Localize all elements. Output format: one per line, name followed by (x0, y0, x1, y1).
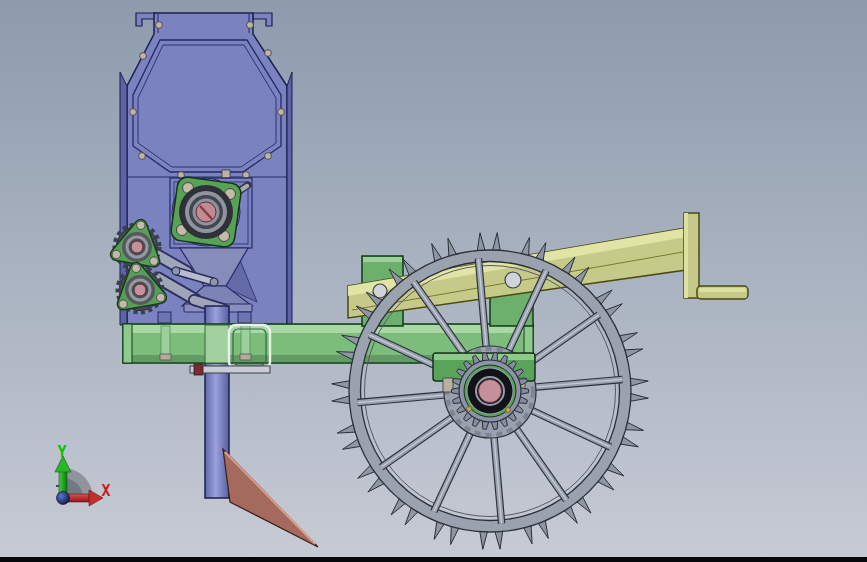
flange-bolt (157, 293, 165, 301)
pin-red-collar (194, 364, 203, 375)
pivot-bolt-right (505, 272, 521, 288)
tongue-end-foot (697, 286, 748, 299)
square-nut (222, 170, 230, 178)
rivet (156, 22, 163, 29)
flange-bolt (137, 221, 145, 229)
x-axis-label: X (101, 482, 110, 500)
gold-fastener (467, 407, 472, 412)
rivet (130, 109, 137, 116)
flange-bolt (132, 264, 140, 272)
upright-highlight (684, 213, 688, 298)
tube-through-beam (205, 325, 229, 363)
link-joint (172, 267, 180, 275)
y-axis-label: Y (57, 443, 66, 461)
rivet (278, 109, 285, 116)
hopper-right-wall-edge (287, 72, 292, 325)
frame-left-end-cap (123, 324, 132, 363)
rivet (243, 172, 250, 179)
bottom-bar (0, 557, 867, 562)
cad-viewport[interactable]: Y X (0, 0, 867, 562)
rivet (247, 22, 254, 29)
bolt-tip (240, 354, 251, 360)
flange-bolt (150, 257, 158, 265)
rivet (139, 153, 146, 160)
axle-shaft-end (479, 380, 502, 403)
mount-bolt-block (238, 312, 251, 323)
shaft-end (134, 284, 146, 296)
rivet (265, 153, 272, 160)
rivet (140, 53, 147, 60)
rivet (265, 50, 272, 57)
mount-bolt-block (158, 312, 171, 323)
frame-beam-top-face (124, 325, 532, 333)
gold-fastener (506, 408, 511, 413)
pivot-bolt-left (373, 284, 387, 298)
bolt-shaft-in-beam (161, 326, 170, 356)
bolt-shaft-in-beam (241, 326, 250, 356)
shaft-end (131, 241, 143, 253)
link-joint (210, 278, 218, 286)
origin-sphere (57, 492, 70, 505)
left-plate-top-face (363, 257, 402, 262)
foot-highlight (699, 288, 746, 292)
flange-bolt (119, 300, 127, 308)
bolt-tip (160, 354, 171, 360)
cad-scene[interactable]: Y X (0, 0, 867, 562)
flange-bolt (112, 250, 120, 258)
